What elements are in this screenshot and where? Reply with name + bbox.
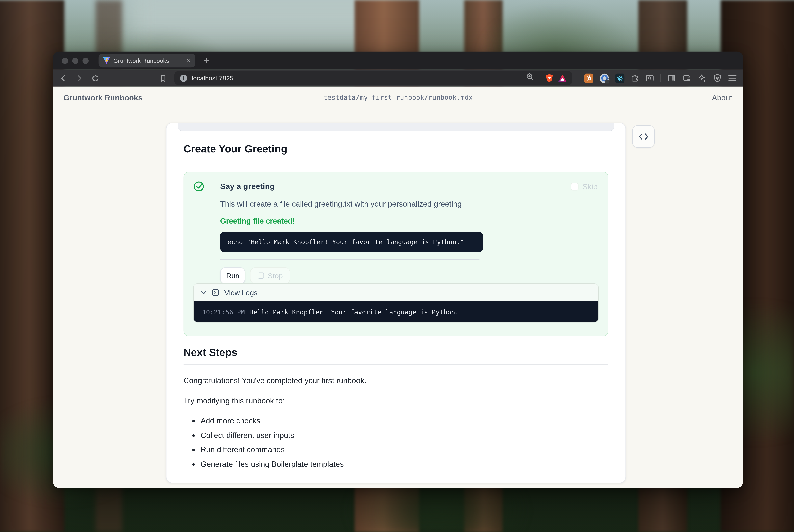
step-card: Say a greeting Skip This will create a f… (184, 172, 608, 337)
brave-shields-icon[interactable] (546, 74, 553, 82)
check-circle-icon (193, 180, 205, 194)
wallet-icon[interactable] (682, 74, 691, 82)
zoom-page-icon[interactable] (526, 73, 535, 83)
step-divider-line (208, 182, 208, 281)
traffic-lights (62, 57, 89, 64)
extensions-puzzle-icon[interactable] (631, 74, 639, 82)
skip-label[interactable]: Skip (583, 182, 598, 191)
view-logs-toggle[interactable]: View Logs (194, 284, 598, 301)
list-item: Run different commands (201, 442, 608, 457)
tab-title: Gruntwork Runbooks (113, 57, 183, 64)
section-title: Create Your Greeting (184, 143, 608, 155)
divider (184, 364, 608, 365)
skip-control: Skip (571, 182, 598, 191)
page-content: Gruntwork Runbooks testdata/my-first-run… (53, 87, 743, 488)
brave-rewards-icon[interactable] (558, 75, 567, 82)
log-output: 10:21:56 PM Hello Mark Knopfler! Your fa… (194, 301, 598, 322)
extensions-area (584, 74, 737, 83)
vpn-shield-icon[interactable] (713, 74, 722, 83)
divider (660, 74, 661, 82)
log-timestamp: 10:21:56 PM (202, 308, 245, 316)
url-bar[interactable]: i localhost:7825 (174, 71, 572, 85)
command-code-block: echo "Hello Mark Knopfler! Your favorite… (220, 232, 483, 252)
hubspot-extension-icon[interactable] (584, 74, 593, 83)
divider (540, 74, 540, 82)
minimize-window-button[interactable] (72, 57, 78, 64)
list-item: Add more checks (201, 414, 608, 428)
browser-window: Gruntwork Runbooks × + (53, 52, 743, 488)
step-status: Greeting file created! (220, 217, 597, 225)
browser-tab[interactable]: Gruntwork Runbooks × (98, 54, 196, 68)
tab-close-icon[interactable]: × (187, 57, 191, 64)
search-tabs-icon[interactable] (645, 74, 654, 82)
log-message: Hello Mark Knopfler! Your favorite langu… (250, 308, 459, 316)
scrolled-section-edge (178, 123, 614, 131)
browser-toolbar: i localhost:7825 (53, 70, 743, 87)
step-main: Say a greeting Skip This will create a f… (220, 172, 597, 284)
stop-icon (258, 272, 264, 279)
menu-icon[interactable] (728, 74, 737, 82)
step-description: This will create a file called greeting.… (220, 200, 597, 208)
url-bar-right (526, 73, 567, 83)
sidebar-toggle-icon[interactable] (667, 74, 676, 82)
stop-label: Stop (268, 271, 283, 280)
forward-icon[interactable] (75, 74, 84, 82)
zoom-window-button[interactable] (82, 57, 89, 64)
divider (184, 161, 608, 161)
view-source-toggle-button[interactable] (632, 125, 655, 148)
terminal-icon (211, 288, 220, 297)
divider (220, 259, 479, 260)
back-icon[interactable] (59, 74, 68, 82)
list-item: Generate files using Boilerplate templat… (201, 457, 608, 471)
new-tab-button[interactable]: + (204, 55, 209, 66)
react-devtools-extension-icon[interactable] (615, 74, 624, 83)
site-info-icon[interactable]: i (180, 75, 187, 82)
step-title-row: Say a greeting Skip (220, 172, 597, 191)
card-body: Create Your Greeting Say a greeting (166, 143, 625, 471)
skip-checkbox[interactable] (571, 183, 578, 190)
logs-panel: View Logs 10:21:56 PM Hello Mark Knopfle… (193, 283, 598, 322)
runbook-path: testdata/my-first-runbook/runbook.mdx (53, 94, 743, 101)
stop-button[interactable]: Stop (250, 267, 290, 284)
button-row: Run Stop (220, 267, 597, 284)
about-link[interactable]: About (712, 93, 732, 102)
app-header: Gruntwork Runbooks testdata/my-first-run… (53, 87, 743, 110)
congrats-text: Congratulations! You've completed your f… (184, 376, 608, 385)
reload-icon[interactable] (91, 74, 99, 82)
section-title: Next Steps (184, 347, 608, 359)
step-title: Say a greeting (220, 182, 275, 191)
url-text: localhost:7825 (192, 75, 526, 82)
password-manager-extension-icon[interactable] (599, 74, 609, 83)
runbook-card: Create Your Greeting Say a greeting (166, 122, 626, 483)
desktop-wallpaper: Gruntwork Runbooks × + (0, 0, 794, 532)
tab-bar: Gruntwork Runbooks × + (53, 52, 743, 70)
run-button[interactable]: Run (220, 267, 245, 284)
chevron-down-icon (201, 289, 207, 296)
leo-ai-sparkle-icon[interactable] (698, 74, 707, 83)
stage: Gruntwork Runbooks × + (0, 0, 794, 532)
next-steps-list: Add more checks Collect different user i… (184, 414, 608, 471)
try-modifying-text: Try modifying this runbook to: (184, 396, 608, 405)
close-window-button[interactable] (62, 57, 68, 64)
view-logs-label: View Logs (224, 288, 258, 297)
vite-favicon-icon (103, 57, 110, 64)
list-item: Collect different user inputs (201, 428, 608, 442)
bookmark-icon[interactable] (160, 74, 167, 82)
